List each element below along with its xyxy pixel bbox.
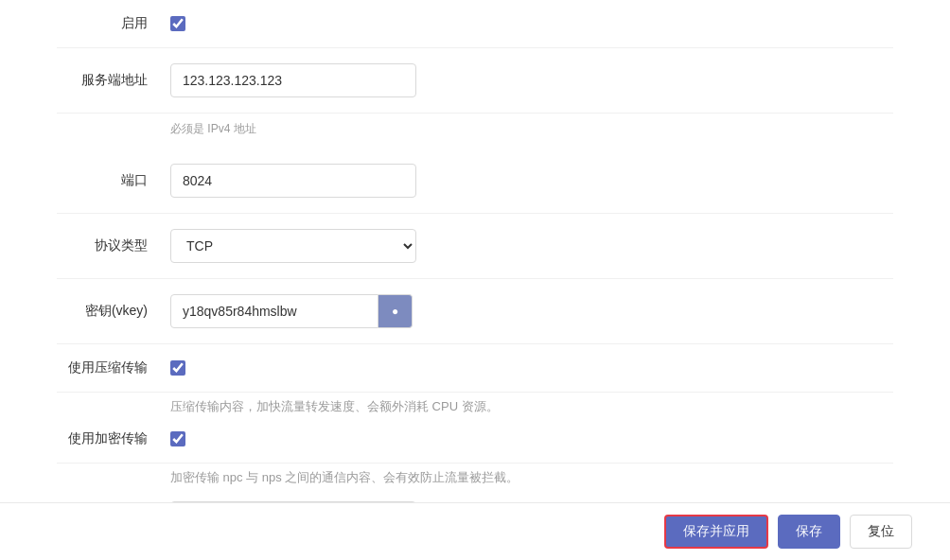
enable-control bbox=[170, 16, 893, 31]
footer-bar: 保存并应用 保存 复位 bbox=[0, 502, 950, 560]
compress-label: 使用压缩传输 bbox=[57, 359, 170, 376]
server-address-input[interactable] bbox=[170, 63, 416, 97]
vkey-input[interactable] bbox=[170, 294, 378, 328]
port-input[interactable] bbox=[170, 164, 416, 198]
server-address-hint: 必须是 IPv4 地址 bbox=[170, 121, 893, 137]
protocol-control: TCP UDP bbox=[170, 229, 893, 263]
server-address-hint-row: 必须是 IPv4 地址 bbox=[57, 114, 893, 149]
protocol-select[interactable]: TCP UDP bbox=[170, 229, 416, 263]
enable-row: 启用 bbox=[57, 0, 893, 48]
encrypt-row: 使用加密传输 bbox=[57, 415, 893, 464]
encrypt-hint: 加密传输 npc 与 nps 之间的通信内容、会有效防止流量被拦截。 bbox=[57, 464, 893, 486]
enable-checkbox[interactable] bbox=[170, 16, 185, 31]
protocol-label: 协议类型 bbox=[57, 237, 170, 254]
save-button[interactable]: 保存 bbox=[778, 515, 840, 549]
vkey-row: 密钥(vkey) ● bbox=[57, 279, 893, 344]
enable-label: 启用 bbox=[57, 15, 170, 32]
toggle-vkey-btn[interactable]: ● bbox=[378, 294, 413, 328]
server-address-row: 服务端地址 bbox=[57, 48, 893, 114]
compress-row: 使用压缩传输 bbox=[57, 344, 893, 393]
compress-control bbox=[170, 360, 893, 376]
port-control bbox=[170, 164, 893, 198]
encrypt-control bbox=[170, 431, 893, 446]
server-address-control bbox=[170, 63, 893, 97]
vkey-label: 密钥(vkey) bbox=[57, 303, 170, 320]
port-row: 端口 bbox=[57, 149, 893, 214]
vkey-control: ● bbox=[170, 294, 893, 328]
compress-hint: 压缩传输内容，加快流量转发速度、会额外消耗 CPU 资源。 bbox=[57, 393, 893, 415]
compress-checkbox[interactable] bbox=[170, 360, 185, 376]
protocol-row: 协议类型 TCP UDP bbox=[57, 214, 893, 279]
port-label: 端口 bbox=[57, 172, 170, 189]
main-content: 启用 服务端地址 必须是 IPv4 地址 端口 协议类型 TCP UDP 密钥 bbox=[0, 0, 950, 502]
vkey-input-wrapper: ● bbox=[170, 294, 416, 328]
encrypt-label: 使用加密传输 bbox=[57, 430, 170, 447]
reset-button[interactable]: 复位 bbox=[850, 515, 912, 549]
encrypt-checkbox[interactable] bbox=[170, 431, 185, 446]
server-address-label: 服务端地址 bbox=[57, 72, 170, 89]
log-level-row: 日志级别 Trace Debug Info Warning Error bbox=[57, 486, 893, 502]
save-apply-button[interactable]: 保存并应用 bbox=[664, 515, 768, 549]
